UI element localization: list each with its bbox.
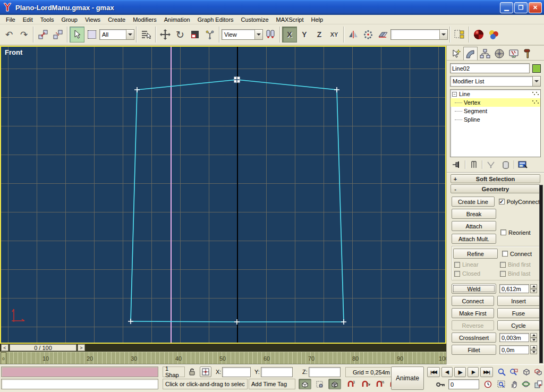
tab-utilities[interactable] [521,47,535,60]
rollout-geometry[interactable]: - Geometry [450,184,540,193]
play-button[interactable]: ▶ [454,367,466,377]
min-max-toggle-button[interactable] [533,379,543,389]
crossinsert-field[interactable] [499,333,529,342]
viewport-front[interactable]: Front [0,46,446,344]
array-button[interactable] [361,27,376,42]
pan-button[interactable] [508,379,519,389]
menu-help[interactable]: Help [308,15,327,24]
next-frame-arrow-button[interactable]: > [78,344,85,351]
zoom-extents-button[interactable] [521,367,531,377]
menu-maxscript[interactable]: MAXScript [273,15,308,24]
menu-tools[interactable]: Tools [37,15,58,24]
time-slider-handle[interactable]: 0 / 100 [10,344,76,351]
spinner-down-button[interactable] [530,338,537,343]
time-configuration-button[interactable] [482,379,493,389]
polyconnect-checkbox[interactable]: ✓ PolyConnect [499,199,540,205]
tab-create[interactable] [449,47,463,60]
stack-item-segment[interactable]: Segment [450,107,540,115]
restrict-y-button[interactable]: Y [297,27,312,42]
spinner-down-button[interactable] [530,350,537,355]
menu-views[interactable]: Views [81,15,104,24]
snaps-toggle-button[interactable] [299,379,311,389]
go-to-end-button[interactable]: ▶▶| [480,367,493,377]
snap-checker-cube-button[interactable] [328,379,341,389]
tab-hierarchy[interactable] [478,47,492,60]
spinner-up-button[interactable] [530,345,537,350]
zoom-region-button[interactable] [496,379,507,389]
create-line-button[interactable]: Create Line [452,197,495,207]
dropdown-arrow-icon[interactable] [439,30,447,39]
stack-item-vertex[interactable]: Vertex [450,98,540,107]
rectangular-selection-region-button[interactable] [84,27,99,42]
align-button[interactable] [376,27,390,42]
current-frame-marker[interactable]: 0 [1,352,6,364]
selected-vertex-marker[interactable] [234,77,240,82]
select-and-move-button[interactable] [158,27,173,42]
line02-spline-shape[interactable] [1,47,445,343]
dropdown-arrow-icon[interactable] [254,30,262,39]
stack-item-spline[interactable]: Spline [450,115,540,124]
percent-snap-button[interactable]: % [374,379,386,389]
dropdown-arrow-icon[interactable] [532,76,540,86]
y-coordinate-field[interactable] [261,367,293,377]
vertex-markers[interactable] [128,87,346,325]
maxscript-mini-listener-white[interactable] [1,379,158,389]
menu-group[interactable]: Group [57,15,81,24]
make-first-button[interactable]: Make First [452,308,494,318]
configure-modifier-sets-button[interactable] [516,160,530,170]
key-mode-toggle-button[interactable] [435,379,446,389]
select-and-manipulate-button[interactable] [202,27,217,42]
select-and-link-button[interactable] [36,27,50,42]
spinner-up-button[interactable] [530,333,537,338]
restrict-z-button[interactable]: Z [312,27,327,42]
make-unique-button[interactable] [484,160,498,170]
redo-button[interactable]: ↷ [16,27,31,42]
z-coordinate-field[interactable] [309,367,341,377]
current-time-field[interactable] [448,379,479,389]
close-button[interactable]: ✕ [529,2,542,13]
weld-button[interactable]: Weld [452,284,496,294]
snap-toggle-3d-button[interactable]: 3 [345,379,357,389]
unlink-selection-button[interactable] [50,27,65,42]
dropdown-arrow-icon[interactable] [126,30,134,39]
fillet-field[interactable] [499,345,529,354]
attach-button[interactable]: Attach [452,221,496,231]
crossinsert-button[interactable]: CrossInsert [452,333,496,343]
track-bar[interactable]: 0 10 20 30 40 50 60 70 80 90 100 [0,352,446,364]
insert-button[interactable]: Insert [497,296,540,306]
named-selection-dropdown[interactable] [390,29,448,40]
select-by-name-button[interactable] [139,27,154,42]
spinner-down-button[interactable] [530,289,537,294]
reorient-checkbox[interactable]: Reorient [500,229,531,236]
connect-checkbox[interactable]: Connect [502,251,532,257]
show-end-result-button[interactable] [467,160,481,170]
modifier-list-dropdown[interactable]: Modifier List [450,76,541,87]
panel-scrollbar[interactable] [539,185,543,363]
expand-collapse-icon[interactable]: − [452,92,457,97]
zoom-extents-all-button[interactable] [533,367,543,377]
rollout-soft-selection[interactable]: + Soft Selection [450,174,540,183]
menu-modifiers[interactable]: Modifiers [129,15,160,24]
absolute-offset-mode-button[interactable] [200,367,211,377]
attach-mult-button[interactable]: Attach Mult. [452,234,496,244]
reference-coordinate-dropdown[interactable]: View [222,29,263,40]
remove-modifier-button[interactable] [499,160,513,170]
material-editor-button[interactable] [486,27,501,42]
use-center-button[interactable] [263,27,278,42]
fuse-button[interactable]: Fuse [497,308,540,318]
animate-button[interactable]: Animate [391,367,424,390]
next-frame-button[interactable]: |▶ [468,367,479,377]
selection-lock-button[interactable] [187,367,197,377]
weld-threshold-field[interactable] [499,284,529,293]
maxscript-mini-listener-pink[interactable] [1,367,158,377]
refine-button[interactable]: Refine [453,249,498,259]
object-color-swatch[interactable] [532,64,541,73]
spinner-up-button[interactable] [530,284,537,289]
break-button[interactable]: Break [452,209,496,219]
tab-display[interactable] [506,47,521,60]
select-and-scale-button[interactable] [188,27,202,42]
connect-button[interactable]: Connect [452,296,494,306]
maximize-button[interactable]: ❐ [514,2,528,13]
track-view-button[interactable] [452,27,467,42]
undo-button[interactable]: ↶ [2,27,16,42]
